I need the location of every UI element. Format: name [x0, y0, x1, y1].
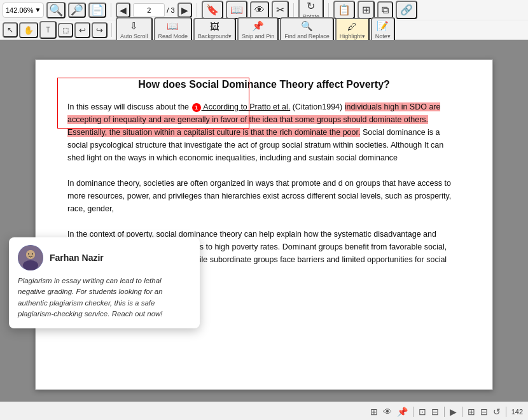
background-icon: 🖼 [210, 21, 219, 32]
highlight-btn[interactable]: 🖊 Highlight▾ [335, 18, 370, 43]
snip-pin-label: Snip and Pin [242, 33, 274, 39]
redo-icon: ↪ [96, 25, 103, 35]
link-icon: 🔗 [400, 4, 413, 16]
annotation-badge: 1 [192, 103, 201, 112]
toolbar: 142.06% ▼ 🔍 🔎 📄 ◀ / 3 ▶ 🔖 [0, 0, 528, 40]
split-view-button[interactable]: ⊞ [358, 1, 375, 19]
select-button[interactable]: ↖ [3, 22, 18, 38]
comment-header: Farhan Nazir [18, 245, 191, 270]
read-mode-label: Read Mode [158, 33, 188, 39]
note-label: Note▾ [375, 33, 391, 39]
book-icon: 📖 [230, 4, 243, 16]
status-rotate-icon[interactable]: ↺ [493, 407, 501, 417]
comment-author: Farhan Nazir [50, 253, 104, 263]
undo-icon: ↩ [79, 25, 86, 35]
status-play-icon[interactable]: ▶ [450, 407, 457, 417]
pan-icon: ✋ [24, 25, 34, 35]
svg-point-4 [28, 253, 29, 255]
zoom-out-icon: 🔍 [49, 4, 63, 16]
paragraph-2: In dominance theory, societies are often… [67, 177, 461, 215]
snip-pin-btn[interactable]: 📌 Snip and Pin [237, 17, 279, 43]
status-page-number: 142 [511, 408, 523, 416]
paragraph-1: In this essay will discuss about the 1 A… [67, 101, 461, 164]
page-separator: / [167, 6, 169, 14]
status-eye-icon[interactable]: 👁 [383, 407, 392, 417]
pdf-title: How does Social Dominance Theory affect … [67, 79, 461, 90]
snip-pin-icon: 📌 [252, 20, 264, 32]
status-split-icon[interactable]: ⊟ [431, 407, 439, 417]
fit-page-icon: 📄 [91, 5, 104, 15]
status-layout1-icon[interactable]: ⊞ [468, 407, 475, 417]
zoom-out-button[interactable]: 🔍 [46, 2, 66, 18]
prev-icon: ◀ [120, 5, 127, 15]
background-button[interactable]: 👁 [250, 1, 269, 19]
zoom-control[interactable]: 142.06% ▼ [3, 3, 44, 18]
redo-button[interactable]: ↪ [92, 22, 108, 38]
find-replace-label: Find and Replace [284, 33, 330, 39]
note-icon: 📝 [377, 20, 389, 32]
comment-text: Plagiarism in essay writing can lead to … [18, 276, 191, 319]
svg-point-2 [23, 260, 38, 270]
link-button[interactable]: 🔗 [396, 1, 417, 19]
highlight-label: Highlight▾ [340, 33, 365, 39]
zoom-in-icon: 🔎 [71, 5, 83, 15]
marquee-icon: ⬚ [62, 26, 69, 34]
cite-text: According to Pratto et al. [202, 102, 291, 111]
pdf-page: How does Social Dominance Theory affect … [35, 59, 493, 390]
bookmark-icon: 🔖 [206, 4, 219, 16]
text-select-button[interactable]: Ｔ [39, 21, 57, 39]
bookmark-button[interactable]: 🔖 [202, 1, 223, 19]
status-fit-icon[interactable]: ⊡ [419, 407, 426, 417]
auto-scroll-label: Auto Scroll [120, 33, 148, 39]
pan-button[interactable]: ✋ [19, 22, 38, 38]
status-save-icon[interactable]: ⊞ [370, 407, 378, 417]
read-mode-icon: 📖 [167, 20, 179, 32]
auto-scroll-button[interactable]: ⇩ Auto Scroll [116, 17, 153, 43]
find-replace-icon: 🔍 [301, 20, 313, 32]
background-btn[interactable]: 🖼 Background▾ [193, 18, 236, 43]
cite-suffix: (Citation1994) [290, 102, 344, 111]
compare-button[interactable]: ⧉ [377, 1, 393, 19]
background-label: Background▾ [198, 33, 232, 39]
zoom-in-button[interactable]: 🔎 [68, 3, 86, 18]
status-bar: ⊞ 👁 📌 ⊡ ⊟ ▶ ⊞ ⊟ ↺ 142 [0, 402, 528, 420]
snip-icon: ✂ [276, 4, 284, 16]
para1-intro: In this essay will discuss about the [67, 102, 191, 111]
svg-point-5 [32, 253, 33, 255]
main-content: How does Social Dominance Theory affect … [0, 40, 528, 420]
fit-page-button[interactable]: 📄 [88, 3, 106, 18]
compare-icon: ⧉ [382, 4, 389, 16]
toolbar-row2: ↖ ✋ Ｔ ⬚ ↩ ↪ ⇩ Auto Scroll 📖 Read Mode 🖼 … [0, 20, 528, 39]
page-input[interactable] [133, 3, 165, 17]
rotate-icon: ↻ [307, 0, 315, 12]
undo-button[interactable]: ↩ [74, 22, 90, 38]
eye-icon: 👁 [254, 4, 265, 16]
cursor-icon: ↖ [7, 25, 13, 34]
page-control: / 3 [133, 3, 174, 17]
marquee-button[interactable]: ⬚ [58, 23, 73, 38]
status-pin-icon[interactable]: 📌 [397, 407, 408, 417]
avatar-svg [18, 245, 43, 270]
read-mode-button[interactable]: 📖 [226, 1, 247, 19]
prev-page-button[interactable]: ◀ [116, 3, 130, 18]
page-total: 3 [170, 6, 174, 14]
text-select-icon: Ｔ [44, 24, 52, 36]
avatar [18, 245, 43, 270]
note-btn[interactable]: 📝 Note▾ [371, 17, 395, 43]
next-icon: ▶ [181, 5, 188, 15]
comment-popup: Farhan Nazir Plagiarism in essay writing… [9, 237, 200, 328]
svg-point-3 [26, 250, 35, 259]
zoom-dropdown-icon[interactable]: ▼ [34, 6, 41, 13]
read-mode-btn[interactable]: 📖 Read Mode [154, 17, 193, 43]
split-icon: ⊞ [362, 4, 370, 16]
find-replace-btn[interactable]: 🔍 Find and Replace [280, 17, 334, 43]
zoom-value: 142.06% [6, 6, 33, 14]
auto-scroll-icon: ⇩ [130, 20, 138, 32]
copy-button[interactable]: 📋 [333, 1, 355, 19]
snip-button[interactable]: ✂ [272, 1, 289, 19]
highlight-icon: 🖊 [347, 21, 357, 32]
status-layout2-icon[interactable]: ⊟ [480, 407, 488, 417]
copy-icon: 📋 [338, 4, 351, 16]
next-page-button[interactable]: ▶ [177, 3, 192, 18]
